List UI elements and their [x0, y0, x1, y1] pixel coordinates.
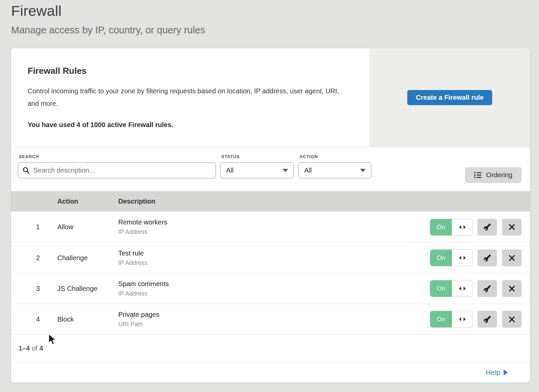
help-arrow-icon [504, 369, 508, 375]
column-header-description: Description [118, 198, 530, 205]
edit-rule-button[interactable] [477, 219, 497, 236]
table-header: Action Description [11, 191, 530, 212]
firewall-rules-card: Firewall Rules Control incoming traffic … [11, 48, 530, 383]
rule-match-field: URI Path [118, 321, 430, 328]
delete-rule-button[interactable] [502, 219, 521, 236]
rule-enabled-toggle[interactable]: On [430, 280, 473, 297]
delete-rule-button[interactable] [502, 280, 521, 297]
rule-controls: On [430, 219, 530, 236]
status-selected-value: All [226, 167, 283, 174]
rule-controls: On [430, 311, 530, 328]
card-intro: Firewall Rules Control incoming traffic … [11, 48, 370, 147]
ordering-button-label: Ordering [486, 171, 512, 179]
wrench-icon [483, 285, 491, 293]
rule-match-field: IP Address [118, 260, 430, 267]
rule-action: Block [40, 315, 118, 323]
rule-priority: 4 [11, 315, 40, 323]
rule-description: Remote workers [118, 218, 430, 226]
rule-description: Spam comments [118, 280, 430, 288]
edit-rule-button[interactable] [477, 249, 497, 266]
ordering-button[interactable]: Ordering [465, 167, 521, 183]
delete-rule-button[interactable] [502, 311, 521, 328]
close-icon [508, 316, 515, 323]
page-title: Firewall [11, 3, 205, 19]
chevron-down-icon [360, 169, 366, 172]
rule-controls: On [430, 249, 530, 266]
toggle-handle[interactable] [452, 280, 473, 297]
rule-description-cell: Spam comments IP Address [118, 280, 430, 297]
toggle-handle[interactable] [452, 250, 473, 266]
action-selected-value: All [304, 167, 360, 174]
drag-arrows-icon [458, 255, 466, 260]
toggle-on-label: On [430, 280, 452, 297]
table-row: 3 JS Challenge Spam comments IP Address … [11, 273, 530, 304]
chevron-down-icon [283, 169, 288, 172]
toggle-on-label: On [430, 311, 452, 327]
rule-description-cell: Test rule IP Address [118, 249, 430, 267]
rule-priority: 1 [11, 223, 40, 231]
help-row: Help [11, 362, 530, 383]
delete-rule-button[interactable] [502, 249, 521, 266]
rule-description-cell: Private pages URI Path [118, 311, 430, 328]
card-title: Firewall Rules [28, 66, 349, 76]
rule-enabled-toggle[interactable]: On [430, 219, 473, 236]
rule-description-cell: Remote workers IP Address [118, 218, 430, 236]
table-row: 4 Block Private pages URI Path On [11, 304, 530, 334]
status-dropdown[interactable]: All [220, 162, 294, 178]
drag-arrows-icon [458, 225, 466, 230]
status-label: STATUS [221, 154, 294, 159]
rule-description: Private pages [118, 311, 430, 319]
drag-arrows-icon [458, 317, 466, 322]
pagination-range: 1–4 [19, 344, 30, 352]
rule-priority: 3 [11, 285, 40, 293]
ordered-list-icon [474, 172, 482, 179]
rule-action: Challenge [40, 254, 118, 262]
rule-enabled-toggle[interactable]: On [430, 311, 473, 328]
page-header: Firewall Manage access by IP, country, o… [11, 3, 205, 36]
page-subtitle: Manage access by IP, country, or query r… [11, 25, 205, 36]
toggle-handle[interactable] [452, 219, 473, 235]
column-header-action: Action [40, 198, 118, 205]
search-icon [22, 167, 30, 176]
rule-action: JS Challenge [40, 285, 118, 293]
create-rule-panel: Create a Firewall rule [370, 48, 530, 147]
table-row: 1 Allow Remote workers IP Address On [11, 212, 530, 242]
create-firewall-rule-button[interactable]: Create a Firewall rule [407, 90, 492, 105]
action-label: ACTION [299, 154, 371, 159]
wrench-icon [483, 223, 491, 231]
close-icon [508, 285, 515, 292]
card-top-section: Firewall Rules Control incoming traffic … [11, 48, 530, 147]
edit-rule-button[interactable] [477, 280, 497, 297]
card-description: Control incoming traffic to your zone by… [28, 85, 346, 110]
rule-action: Allow [40, 223, 118, 231]
drag-arrows-icon [458, 286, 466, 291]
table-row: 2 Challenge Test rule IP Address On [11, 242, 530, 273]
rule-priority: 2 [11, 254, 40, 262]
toggle-on-label: On [430, 219, 452, 235]
search-filter: SEARCH [18, 154, 216, 178]
pagination: 1–4 of 4 [11, 334, 530, 362]
close-icon [508, 254, 515, 262]
rule-controls: On [430, 280, 530, 297]
rule-description: Test rule [118, 249, 430, 257]
toggle-on-label: On [430, 250, 452, 266]
pagination-of: of [32, 344, 37, 352]
help-label: Help [486, 368, 500, 376]
wrench-icon [483, 254, 491, 262]
usage-note: You have used 4 of 1000 active Firewall … [28, 121, 349, 129]
action-dropdown[interactable]: All [298, 162, 371, 178]
wrench-icon [483, 315, 491, 323]
action-filter: ACTION All [298, 154, 371, 178]
status-filter: STATUS All [220, 154, 294, 178]
rule-enabled-toggle[interactable]: On [430, 249, 473, 266]
search-label: SEARCH [19, 154, 216, 159]
rule-match-field: IP Address [118, 290, 430, 297]
rule-match-field: IP Address [118, 229, 430, 236]
toggle-handle[interactable] [452, 311, 473, 327]
search-box [18, 162, 216, 178]
help-link[interactable]: Help [486, 368, 508, 376]
search-input[interactable] [18, 162, 216, 178]
close-icon [508, 223, 515, 231]
filters-bar: SEARCH STATUS All ACTION All [11, 147, 530, 191]
edit-rule-button[interactable] [477, 311, 497, 328]
